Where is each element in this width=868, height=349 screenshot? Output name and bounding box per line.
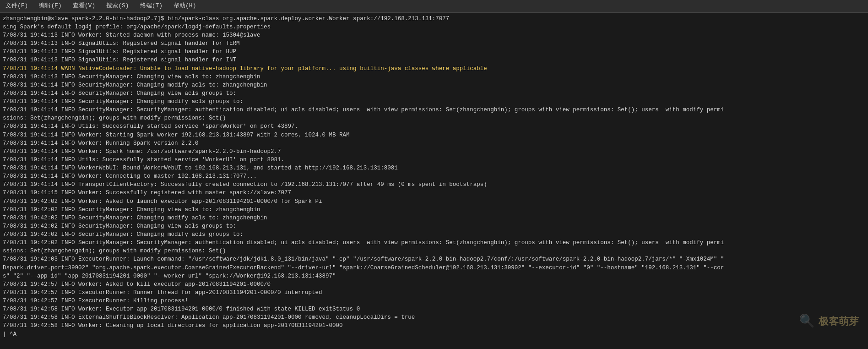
terminal-line: 7/08/31 19:41:14 INFO SecurityManager: C… — [3, 98, 865, 106]
terminal-line: Dspark.driver.port=39902" "org.apache.sp… — [3, 264, 865, 272]
terminal-line: sing Spark's default log4j profile: org/… — [3, 23, 865, 31]
terminal-line: 7/08/31 19:41:14 INFO Worker: Starting S… — [3, 131, 865, 139]
terminal-line: 7/08/31 19:42:02 INFO SecurityManager: C… — [3, 222, 865, 230]
terminal-line: 7/08/31 19:41:13 INFO SignalUtils: Regis… — [3, 39, 865, 48]
menu-item-file[interactable]: 文件(F) — [4, 1, 30, 11]
menu-item-search[interactable]: 搜索(S) — [104, 1, 130, 11]
terminal-line: 7/08/31 19:42:02 INFO Worker: Asked to l… — [3, 197, 865, 206]
terminal-line: 7/08/31 19:41:14 INFO SecurityManager: C… — [3, 81, 865, 89]
terminal-line: 7/08/31 19:41:14 INFO Worker: Connecting… — [3, 172, 865, 180]
menu-item-view[interactable]: 查看(V) — [71, 1, 97, 11]
menu-item-help[interactable]: 帮助(H) — [172, 1, 198, 11]
terminal-line: ssions: Set(zhangchengbin); groups with … — [3, 114, 865, 122]
terminal-line: 7/08/31 19:41:14 INFO WorkerWebUI: Bound… — [3, 164, 865, 172]
terminal-line: s" "2" "--app-id" "app-20170831194201-00… — [3, 272, 865, 280]
terminal-line: 7/08/31 19:42:02 INFO SecurityManager: S… — [3, 239, 865, 247]
menu-bar: 文件(F)编辑(E)查看(V)搜索(S)终端(T)帮助(H) — [0, 0, 868, 13]
terminal-line: 7/08/31 19:42:03 INFO ExecutorRunner: La… — [3, 255, 865, 263]
terminal-line: 7/08/31 19:41:14 INFO Worker: Spark home… — [3, 147, 865, 156]
terminal-window: 文件(F)编辑(E)查看(V)搜索(S)终端(T)帮助(H) zhangchen… — [0, 0, 868, 349]
terminal-line: 7/08/31 19:41:13 INFO SignalUtils: Regis… — [3, 56, 865, 64]
terminal-line: 7/08/31 19:41:14 INFO Worker: Running Sp… — [3, 139, 865, 147]
terminal-line: ssions: Set(zhangchengbin); groups with … — [3, 247, 865, 255]
terminal-line: zhangchengbin@slave spark-2.2.0-bin-hado… — [3, 15, 865, 23]
terminal-line: 7/08/31 19:41:13 INFO SecurityManager: C… — [3, 73, 865, 81]
terminal-line: 7/08/31 19:41:14 WARN NativeCodeLoader: … — [3, 65, 865, 73]
terminal-line: 7/08/31 19:41:14 INFO TransportClientFac… — [3, 180, 865, 189]
terminal-line: 7/08/31 19:41:13 INFO SignalUtils: Regis… — [3, 48, 865, 56]
terminal-line: 7/08/31 19:42:57 INFO Worker: Asked to k… — [3, 280, 865, 289]
menu-item-terminal[interactable]: 终端(T) — [138, 1, 164, 11]
terminal-line: 7/08/31 19:41:15 INFO Worker: Successful… — [3, 189, 865, 197]
terminal-line: 7/08/31 19:42:58 INFO ExternalShuffleBlo… — [3, 313, 865, 322]
terminal-line: 7/08/31 19:42:57 INFO ExecutorRunner: Ru… — [3, 289, 865, 297]
terminal-line: 7/08/31 19:42:58 INFO Worker: Executor a… — [3, 305, 865, 313]
menu-item-edit[interactable]: 编辑(E) — [37, 1, 63, 11]
terminal-line: 7/08/31 19:41:14 INFO SecurityManager: S… — [3, 106, 865, 114]
terminal-content: zhangchengbin@slave spark-2.2.0-bin-hado… — [0, 13, 868, 349]
terminal-line: 7/08/31 19:42:02 INFO SecurityManager: C… — [3, 206, 865, 214]
terminal-line: 7/08/31 19:42:58 INFO Worker: Cleaning u… — [3, 322, 865, 330]
terminal-line: 7/08/31 19:41:14 INFO Utils: Successfull… — [3, 122, 865, 131]
terminal-line: 7/08/31 19:42:57 INFO ExecutorRunner: Ki… — [3, 297, 865, 305]
terminal-line: 7/08/31 19:42:02 INFO SecurityManager: C… — [3, 230, 865, 239]
terminal-line: 7/08/31 19:41:14 INFO SecurityManager: C… — [3, 89, 865, 98]
terminal-line: | ^A — [3, 330, 865, 338]
terminal-line: 7/08/31 19:41:14 INFO Utils: Successfull… — [3, 156, 865, 164]
terminal-line: 7/08/31 19:42:02 INFO SecurityManager: C… — [3, 214, 865, 222]
terminal-line: 7/08/31 19:41:13 INFO Worker: Started da… — [3, 31, 865, 39]
